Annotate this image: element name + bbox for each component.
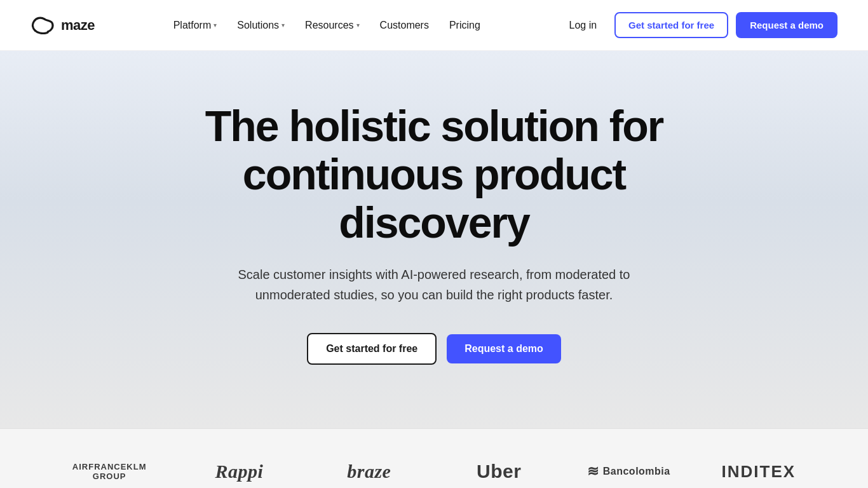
hero-section: The holistic solution for continuous pro…	[0, 51, 868, 428]
hero-get-started-button[interactable]: Get started for free	[307, 333, 437, 365]
nav-link-customers[interactable]: Customers	[372, 15, 437, 36]
logo-braze: braze	[311, 461, 428, 482]
nav-actions: Log in Get started for free Request a de…	[559, 12, 837, 38]
logo-link[interactable]: maze	[31, 17, 95, 34]
hero-request-demo-button[interactable]: Request a demo	[447, 334, 561, 363]
hero-subtitle: Scale customer insights with AI-powered …	[218, 264, 650, 305]
maze-logo-icon	[31, 17, 56, 34]
nav-request-demo-button[interactable]: Request a demo	[736, 12, 837, 38]
logo-rappi: Rappi	[180, 461, 297, 482]
nav-get-started-button[interactable]: Get started for free	[614, 12, 728, 38]
nav-item-pricing: Pricing	[442, 15, 488, 36]
logo-uber: Uber	[440, 461, 557, 482]
solutions-chevron-icon: ▾	[281, 22, 285, 29]
nav-item-customers: Customers	[372, 15, 437, 36]
resources-chevron-icon: ▾	[356, 22, 360, 29]
logo-text: maze	[61, 17, 95, 34]
nav-link-solutions[interactable]: Solutions ▾	[229, 15, 292, 36]
navbar: maze Platform ▾ Solutions ▾ Resources ▾ …	[0, 0, 868, 51]
logo-airfranceklm: AIRFRANCEKLMGROUP	[51, 462, 168, 482]
nav-item-platform: Platform ▾	[166, 15, 225, 36]
nav-links: Platform ▾ Solutions ▾ Resources ▾ Custo…	[166, 15, 488, 36]
nav-item-resources: Resources ▾	[297, 15, 367, 36]
logos-row-1: AIRFRANCEKLMGROUP Rappi braze Uber ≋ Ban…	[51, 461, 817, 482]
nav-link-pricing[interactable]: Pricing	[442, 15, 488, 36]
nav-link-resources[interactable]: Resources ▾	[297, 15, 367, 36]
hero-title: The holistic solution for continuous pro…	[148, 102, 720, 247]
platform-chevron-icon: ▾	[214, 22, 217, 29]
nav-link-platform[interactable]: Platform ▾	[166, 15, 225, 36]
hero-actions: Get started for free Request a demo	[307, 333, 561, 365]
bancolombia-waves-icon: ≋	[587, 463, 599, 480]
logos-section: AIRFRANCEKLMGROUP Rappi braze Uber ≋ Ban…	[0, 428, 868, 488]
logo-bancolombia: ≋ Bancolombia	[570, 463, 687, 480]
logo-inditex: INDITEX	[700, 462, 817, 482]
login-button[interactable]: Log in	[559, 15, 607, 36]
nav-item-solutions: Solutions ▾	[229, 15, 292, 36]
